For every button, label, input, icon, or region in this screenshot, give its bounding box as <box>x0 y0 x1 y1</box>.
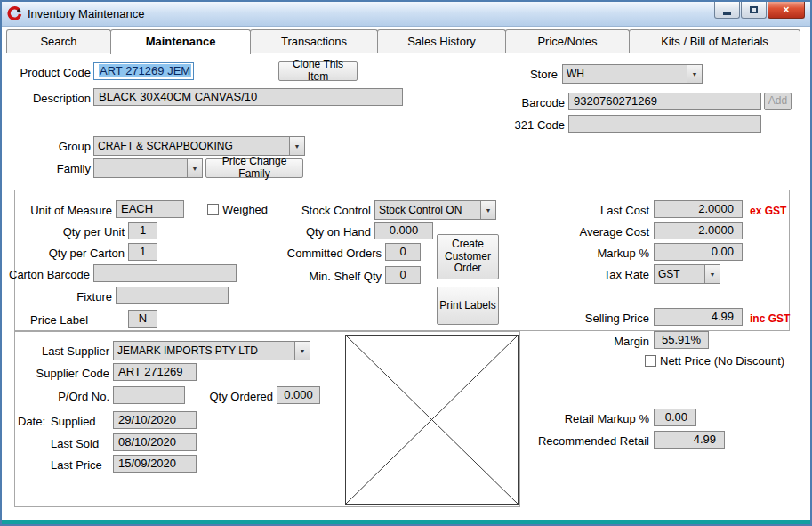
tab-kits-bom[interactable]: Kits / Bill of Materials <box>629 29 800 53</box>
tax-rate-select[interactable]: GST ▼ <box>654 264 720 284</box>
last-sold-label: Last Sold <box>51 435 109 453</box>
unit-of-measure-input[interactable]: EACH <box>116 200 184 218</box>
tab-price-notes[interactable]: Price/Notes <box>505 29 630 53</box>
supplier-code-label: Supplier Code <box>18 365 109 383</box>
last-supplier-label: Last Supplier <box>18 343 109 360</box>
store-select[interactable]: WH ▼ <box>562 64 703 84</box>
family-select[interactable]: ▼ <box>93 158 203 178</box>
ex-gst-text: ex GST <box>750 202 786 220</box>
stock-control-select[interactable]: Stock Control ON ▼ <box>374 200 496 220</box>
product-code-label: Product Code <box>14 64 91 82</box>
qty-per-carton-label: Qty per Carton <box>18 245 125 263</box>
average-cost-input[interactable]: 2.0000 <box>654 222 743 239</box>
markup-label: Markup % <box>500 245 649 263</box>
code321-label: 321 Code <box>500 117 565 134</box>
inc-gst-text: inc GST <box>750 310 790 328</box>
title-bar: Inventory Maintenance <box>2 2 810 27</box>
last-cost-input[interactable]: 2.0000 <box>654 200 743 218</box>
qty-ordered-label: Qty Ordered <box>206 388 273 406</box>
tab-strip: Search Maintenance Transactions Sales Hi… <box>6 29 808 53</box>
tab-search[interactable]: Search <box>6 29 111 53</box>
nett-price-label: Nett Price (No Discount) <box>660 352 793 370</box>
create-customer-order-button[interactable]: Create Customer Order <box>437 234 499 279</box>
add-barcode-button[interactable]: Add <box>764 93 792 110</box>
price-change-family-button[interactable]: Price Change Family <box>205 158 303 178</box>
qty-on-hand-input[interactable]: 0.000 <box>374 222 433 239</box>
nett-price-checkbox[interactable] <box>645 355 656 367</box>
last-supplier-select[interactable]: JEMARK IMPORTS PTY LTD ▼ <box>113 341 310 360</box>
last-supplier-value: JEMARK IMPORTS PTY LTD <box>114 342 294 360</box>
barcode-label: Barcode <box>509 94 565 112</box>
min-shelf-qty-label: Min. Shelf Qty <box>286 268 382 286</box>
group-value: CRAFT & SCRAPBOOKING <box>94 137 289 155</box>
product-image-placeholder <box>345 335 519 505</box>
description-label: Description <box>14 90 91 108</box>
close-icon: × <box>783 4 789 16</box>
group-select[interactable]: CRAFT & SCRAPBOOKING ▼ <box>93 136 305 156</box>
window-controls: × <box>714 2 805 19</box>
margin-input[interactable]: 55.91% <box>654 331 709 349</box>
last-cost-label: Last Cost <box>500 202 649 220</box>
close-button[interactable]: × <box>768 2 805 19</box>
minimize-button[interactable] <box>714 2 740 19</box>
price-label-label: Price Label <box>30 312 101 329</box>
last-sold-input[interactable]: 08/10/2020 <box>113 433 197 451</box>
average-cost-label: Average Cost <box>500 223 649 241</box>
code321-input[interactable] <box>568 115 761 133</box>
app-icon <box>7 6 22 21</box>
barcode-input[interactable]: 9320760271269 <box>568 93 761 110</box>
stock-control-value: Stock Control ON <box>375 201 480 219</box>
carton-barcode-label: Carton Barcode <box>9 266 90 284</box>
pord-no-label: P/Ord No. <box>18 388 109 406</box>
qty-ordered-input[interactable]: 0.000 <box>277 386 320 404</box>
retail-markup-label: Retail Markup % <box>500 410 649 428</box>
pord-no-input[interactable] <box>113 386 185 404</box>
print-labels-button[interactable]: Print Labels <box>437 287 499 325</box>
margin-label: Margin <box>500 333 649 351</box>
tab-maintenance[interactable]: Maintenance <box>110 29 251 54</box>
store-label: Store <box>513 66 558 84</box>
group-label: Group <box>28 138 91 156</box>
supplied-date-input[interactable]: 29/10/2020 <box>113 411 197 429</box>
min-shelf-qty-input[interactable]: 0 <box>385 266 421 284</box>
tab-transactions[interactable]: Transactions <box>250 29 378 53</box>
price-label-input[interactable]: N <box>128 310 157 328</box>
last-price-label: Last Price <box>51 457 109 474</box>
unit-of-measure-label: Unit of Measure <box>18 202 112 220</box>
product-code-input[interactable]: ART 271269 JEM <box>93 62 194 80</box>
tab-sales-history[interactable]: Sales History <box>377 29 506 53</box>
committed-orders-label: Committed Orders <box>273 245 382 263</box>
image-crossed-box <box>345 335 519 505</box>
description-input[interactable]: BLACK 30X40CM CANVAS/10 <box>93 88 403 106</box>
qty-per-carton-input[interactable]: 1 <box>128 243 157 261</box>
fixture-input[interactable] <box>116 287 229 304</box>
retail-markup-input[interactable]: 0.00 <box>654 409 696 426</box>
weighed-label: Weighed <box>222 201 276 219</box>
last-price-input[interactable]: 15/09/2020 <box>113 455 197 473</box>
family-label: Family <box>28 160 91 178</box>
chevron-down-icon: ▼ <box>294 342 310 360</box>
store-value: WH <box>563 65 687 83</box>
markup-input[interactable]: 0.00 <box>654 243 743 261</box>
selling-price-input[interactable]: 4.99 <box>654 308 743 326</box>
chevron-down-icon: ▼ <box>289 137 304 155</box>
qty-per-unit-input[interactable]: 1 <box>128 222 157 239</box>
committed-orders-input[interactable]: 0 <box>385 243 421 261</box>
date-label: Date: <box>18 413 50 431</box>
recommended-retail-input[interactable]: 4.99 <box>654 431 725 449</box>
carton-barcode-input[interactable] <box>93 264 237 282</box>
chevron-down-icon: ▼ <box>704 265 720 283</box>
chevron-down-icon: ▼ <box>687 65 702 83</box>
maximize-button[interactable] <box>741 2 767 19</box>
supplied-label: Supplied <box>51 413 109 431</box>
family-value <box>94 159 187 177</box>
fixture-label: Fixture <box>37 288 112 306</box>
window-title: Inventory Maintenance <box>28 7 145 20</box>
weighed-checkbox[interactable] <box>207 204 219 215</box>
supplier-code-input[interactable]: ART 271269 <box>113 363 197 381</box>
chevron-down-icon: ▼ <box>187 159 202 177</box>
product-code-value: ART 271269 JEM <box>99 64 191 77</box>
clone-this-item-button[interactable]: Clone This Item <box>278 61 358 81</box>
recommended-retail-label: Recommended Retail <box>500 433 649 450</box>
chevron-down-icon: ▼ <box>480 201 495 219</box>
